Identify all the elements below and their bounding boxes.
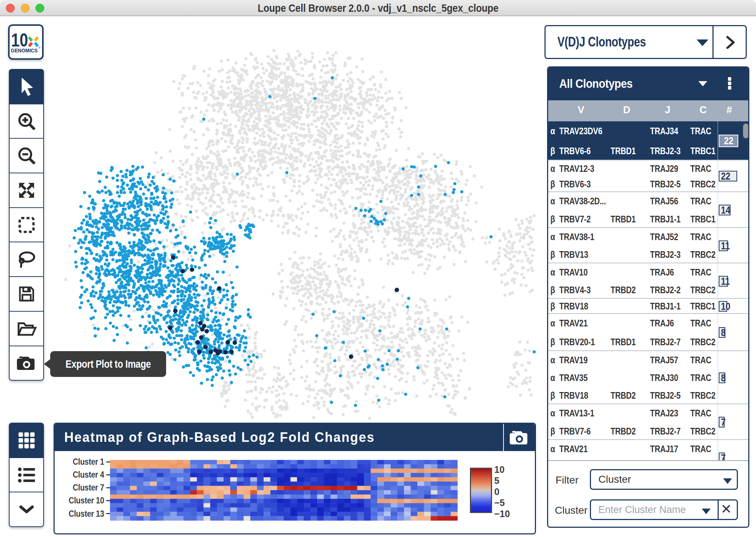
svg-text:GENOMICS: GENOMICS (11, 47, 38, 53)
svg-text:®: ® (38, 46, 41, 49)
